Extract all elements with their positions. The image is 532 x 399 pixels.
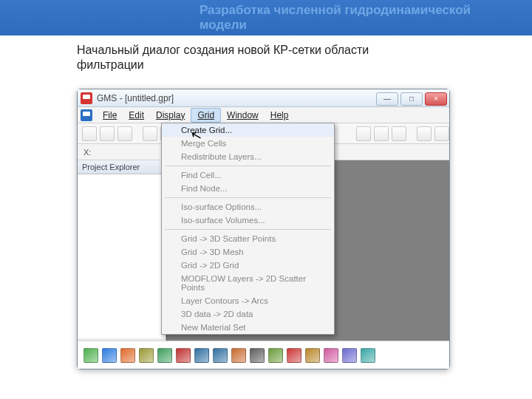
project-explorer-title: Project Explorer	[78, 160, 166, 174]
module-icon-8[interactable]	[213, 348, 228, 363]
module-icon-5[interactable]	[157, 348, 172, 363]
menu-edit[interactable]: Edit	[123, 109, 150, 122]
banner-line2: модели	[200, 18, 532, 33]
module-icon-15[interactable]	[342, 348, 357, 363]
titlebar[interactable]: GMS - [untitled.gpr] — □ ×	[78, 89, 449, 107]
menu-item-new-material-set: New Material Set	[162, 321, 334, 334]
menu-help[interactable]: Help	[265, 109, 295, 122]
close-button[interactable]: ×	[425, 92, 447, 106]
menu-file[interactable]: File	[97, 109, 123, 122]
menubar: File Edit Display Grid Window Help	[78, 107, 449, 123]
menu-item-create-grid[interactable]: Create Grid...	[162, 123, 334, 137]
menu-item-layer-contours-arcs: Layer Contours -> Arcs	[162, 294, 334, 307]
menu-item-modflow-layers-2d-scatter-points: MODFLOW Layers -> 2D Scatter Points	[162, 272, 334, 294]
menu-separator	[165, 197, 331, 198]
menu-item-find-cell: Find Cell...	[162, 168, 334, 182]
module-icon-row	[78, 341, 449, 369]
module-icon-12[interactable]	[287, 348, 301, 363]
menu-display[interactable]: Display	[150, 109, 191, 122]
menu-item-grid-2d-grid: Grid -> 2D Grid	[162, 259, 334, 272]
tool-option-3-icon[interactable]	[392, 126, 406, 141]
module-icon-16[interactable]	[361, 348, 375, 363]
menu-item-iso-surface-volumes: Iso-surface Volumes...	[162, 214, 334, 227]
caption: Начальный диалог создания новой КР-сетки…	[0, 35, 532, 77]
module-icon-2[interactable]	[102, 348, 117, 363]
caption-line2: фильтрации	[77, 58, 144, 71]
tool-last-1-icon[interactable]	[417, 126, 432, 141]
minimize-button[interactable]: —	[376, 92, 398, 106]
tool-option-1-icon[interactable]	[356, 126, 371, 141]
menu-item-iso-surface-options: Iso-surface Options...	[162, 200, 334, 214]
maximize-button[interactable]: □	[400, 92, 423, 106]
tool-open-icon[interactable]	[100, 126, 115, 141]
window-title: GMS - [untitled.gpr]	[97, 93, 174, 103]
tool-save-icon[interactable]	[117, 126, 132, 141]
module-icon-14[interactable]	[324, 348, 338, 363]
app-icon	[81, 92, 92, 104]
module-icon-13[interactable]	[305, 348, 320, 363]
menu-grid[interactable]: Grid	[191, 108, 221, 123]
module-icon-3[interactable]	[120, 348, 135, 363]
menu-separator	[165, 166, 331, 166]
caption-line1: Начальный диалог создания новой КР-сетки…	[77, 44, 369, 56]
module-icon-1[interactable]	[83, 348, 98, 363]
menu-item-3d-data-2d-data: 3D data -> 2D data	[162, 307, 334, 321]
module-icon-4[interactable]	[139, 348, 154, 363]
module-icon-6[interactable]	[176, 348, 191, 363]
module-icon-11[interactable]	[268, 348, 283, 363]
coord-x-label: X:	[83, 148, 91, 157]
tool-new-icon[interactable]	[82, 126, 97, 141]
menu-item-redistribute-layers: Redistribute Layers...	[162, 150, 334, 163]
menu-item-merge-cells: Merge Cells	[162, 137, 334, 150]
banner-line1: Разработка численной гидродинамической	[200, 3, 532, 18]
project-explorer-body[interactable]	[78, 174, 166, 350]
menu-item-find-node: Find Node...	[162, 182, 334, 195]
menu-window[interactable]: Window	[221, 109, 265, 122]
menu-item-grid-3d-mesh: Grid -> 3D Mesh	[162, 245, 334, 259]
menu-item-grid-3d-scatter-points: Grid -> 3D Scatter Points	[162, 232, 334, 245]
tool-print-icon[interactable]	[143, 126, 157, 141]
tool-last-2-icon[interactable]	[434, 126, 449, 141]
menu-separator	[165, 229, 331, 230]
module-icon-7[interactable]	[194, 348, 209, 363]
page-banner: Разработка численной гидродинамической м…	[0, 0, 532, 35]
project-explorer-panel: Project Explorer	[78, 160, 166, 351]
tool-option-2-icon[interactable]	[374, 126, 389, 141]
menu-app-icon[interactable]	[81, 109, 92, 121]
module-icon-10[interactable]	[250, 348, 265, 363]
grid-menu-dropdown: Create Grid...Merge CellsRedistribute La…	[161, 123, 335, 335]
module-icon-9[interactable]	[231, 348, 246, 363]
